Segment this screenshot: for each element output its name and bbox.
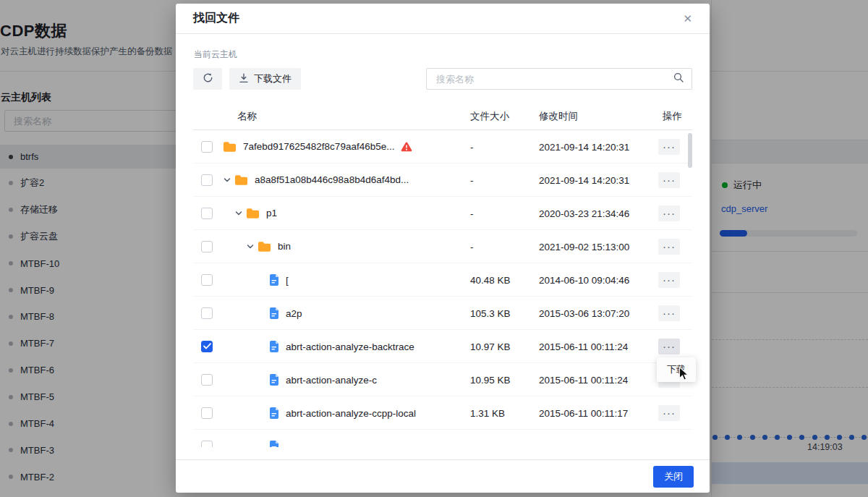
table-row: bin-2021-09-02 15:13:00··· (193, 230, 692, 263)
table-scrollbar[interactable] (688, 133, 692, 168)
column-header-name: 名称 (237, 110, 257, 123)
file-search-input[interactable] (435, 73, 673, 85)
name-cell: p1 (223, 208, 277, 219)
close-icon[interactable]: ✕ (683, 13, 692, 24)
file-table-header: 名称 文件大小 修改时间 操作 (193, 103, 692, 130)
download-files-button[interactable]: 下载文件 (229, 68, 301, 90)
modified-time: 2015-06-11 00:11:24 (539, 341, 628, 352)
checkbox[interactable] (201, 374, 213, 386)
file-search-box[interactable] (426, 68, 692, 90)
row-actions-button[interactable]: ··· (658, 405, 680, 421)
modified-time: 2021-09-02 15:13:00 (539, 241, 629, 252)
modal-close-button[interactable]: 关闭 (653, 466, 694, 488)
action-cell: ··· (658, 272, 680, 288)
checkbox-cell (201, 341, 213, 352)
modal-footer: 关闭 (176, 459, 710, 493)
file-name: a2p (286, 307, 302, 318)
chevron-down-icon[interactable] (223, 176, 234, 184)
file-name: abrt-action-analyze-c (286, 374, 377, 385)
file-size: - (470, 141, 474, 152)
name-cell: bin (223, 241, 291, 252)
action-cell: ··· (658, 172, 680, 188)
modified-time: 2015-03-06 13:07:20 (539, 307, 629, 318)
folder-icon (246, 208, 260, 219)
checkbox[interactable] (201, 441, 213, 448)
screen: CDP数据 对云主机进行持续数据保护产生的备份数据，存放 云主机列表 btrfs… (0, 0, 868, 497)
modified-time: 2015-06-11 00:11:17 (539, 407, 628, 418)
file-size: 10.95 KB (470, 374, 511, 385)
checkbox-cell (201, 141, 213, 153)
table-row: a8a8f51a08b446c98a8b4d6af4bd...-2021-09-… (193, 163, 692, 197)
checkbox-cell (201, 208, 213, 219)
checkbox[interactable] (201, 241, 213, 252)
file-size: - (470, 208, 474, 218)
file-table-body: 7afebd917625482f8c79aaf46b5e...-2021-09-… (193, 130, 692, 447)
column-header-mtime: 修改时间 (539, 110, 578, 123)
menu-item-download[interactable]: 下载 (667, 363, 686, 376)
modified-time: 2021-09-14 14:20:31 (539, 141, 629, 152)
folder-icon (258, 241, 271, 252)
refresh-icon (203, 72, 213, 85)
current-host-label: 当前云主机 (194, 48, 237, 61)
download-button-label: 下载文件 (254, 72, 292, 85)
table-row: abrt-action-analyze-ccpp-local1.31 KB201… (193, 396, 692, 430)
checkbox-checked[interactable] (201, 341, 213, 352)
name-cell: abrt-action-analyze-c (223, 373, 377, 386)
file-icon (269, 373, 279, 386)
checkbox[interactable] (201, 208, 213, 219)
file-size: 105.3 KB (470, 307, 511, 318)
download-icon (239, 73, 249, 85)
row-action-menu: 下载 (657, 357, 696, 382)
column-header-size: 文件大小 (470, 110, 509, 123)
table-row: [40.48 KB2014-06-10 09:04:46··· (193, 263, 692, 297)
action-cell: ··· (658, 205, 680, 221)
folder-icon (223, 141, 237, 153)
row-actions-button[interactable]: ··· (658, 272, 680, 288)
file-name: a8a8f51a08b446c98a8b4d6af4bd... (255, 174, 409, 185)
file-name: abrt-action-analyze-backtrace (286, 341, 414, 352)
chevron-down-icon[interactable] (246, 242, 258, 251)
file-icon (269, 273, 279, 286)
modified-time: 2015-06-11 00:11:24 (539, 374, 628, 385)
file-size: 40.48 KB (470, 274, 511, 285)
row-actions-button[interactable]: ··· (658, 172, 680, 188)
row-actions-button[interactable]: ··· (658, 205, 680, 221)
modal-header: 找回文件 ✕ (176, 4, 710, 34)
action-cell: ··· (658, 305, 680, 321)
table-row: 7afebd917625482f8c79aaf46b5e...-2021-09-… (193, 130, 692, 163)
chevron-down-icon[interactable] (234, 209, 246, 218)
table-row: p1-2020-03-23 21:34:46··· (193, 197, 692, 230)
checkbox[interactable] (201, 174, 213, 186)
table-row (193, 430, 692, 447)
file-name: [ (286, 274, 289, 285)
row-actions-button[interactable]: ··· (658, 339, 680, 354)
checkbox[interactable] (201, 274, 213, 286)
file-icon (269, 340, 279, 352)
action-cell: ··· (658, 339, 680, 354)
name-cell: abrt-action-analyze-backtrace (223, 340, 414, 352)
name-cell: [ (223, 273, 289, 286)
action-cell: ··· (658, 405, 680, 421)
warning-icon (401, 142, 412, 152)
row-actions-button[interactable]: ··· (658, 239, 680, 255)
search-icon (673, 72, 684, 85)
table-row: abrt-action-analyze-backtrace10.97 KB201… (193, 330, 692, 363)
checkbox[interactable] (201, 307, 213, 319)
refresh-button[interactable] (193, 68, 222, 90)
folder-icon (234, 174, 248, 186)
recover-files-modal: 找回文件 ✕ 当前云主机 下载文件 (176, 4, 710, 493)
file-table: 名称 文件大小 修改时间 操作 7afebd917625482f8c79aaf4… (193, 103, 692, 447)
checkbox-cell (201, 307, 213, 319)
action-cell: ··· (658, 239, 680, 255)
row-actions-button[interactable]: ··· (658, 305, 680, 321)
checkbox[interactable] (201, 141, 213, 153)
checkbox-cell (201, 374, 213, 386)
file-icon (269, 407, 279, 419)
name-cell: a2p (223, 307, 302, 319)
row-actions-button[interactable]: ··· (658, 139, 680, 155)
file-icon (269, 307, 279, 319)
checkbox[interactable] (201, 407, 213, 419)
checkbox-cell (201, 441, 213, 448)
file-size: 10.97 KB (470, 341, 511, 352)
column-header-actions: 操作 (663, 110, 682, 123)
